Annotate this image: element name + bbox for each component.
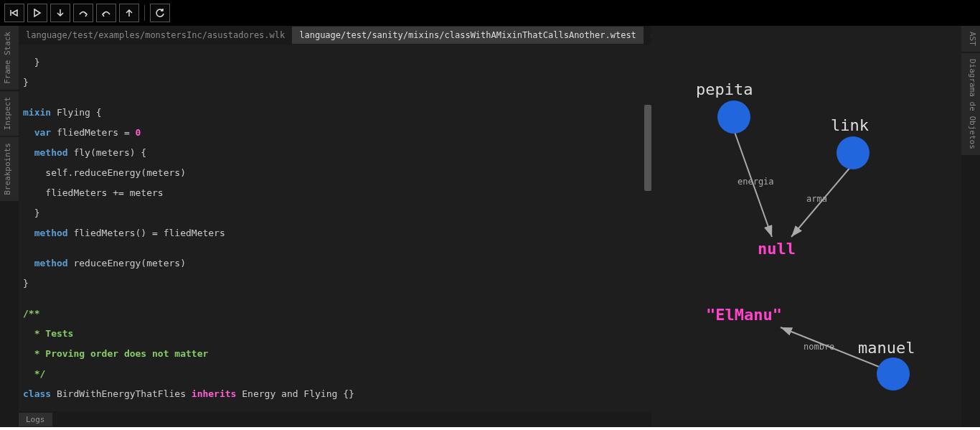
step-down-button[interactable] [50, 4, 70, 22]
diagram-edge-energia: energia [738, 177, 774, 187]
play-button[interactable] [27, 4, 47, 22]
editor-scrollbar[interactable] [644, 105, 651, 191]
diagram-string-elmanu: "ElManu" [706, 306, 782, 324]
diagram-node-label-pepita: pepita [696, 80, 753, 98]
diagram-node-label-manuel: manuel [858, 339, 915, 357]
refresh-button[interactable] [150, 4, 170, 22]
diagram-edge-nombre: nombre [804, 342, 834, 352]
panel-tab-inspect[interactable]: Inspect [0, 91, 19, 136]
panel-tab-frame-stack[interactable]: Frame Stack [0, 26, 19, 90]
diagram-edge-arma: arma [806, 194, 827, 204]
tab-logs[interactable]: Logs [19, 413, 52, 426]
main-area: Frame Stack Inspect Breakpoints language… [0, 26, 980, 427]
step-over-button[interactable] [73, 4, 93, 22]
tab-classwithmixin[interactable]: language/test/sanity/mixins/classWithAMi… [292, 27, 644, 44]
bottom-tabs: Logs [19, 411, 651, 427]
diagram-node-label-link: link [831, 116, 869, 134]
panel-tab-breakpoints[interactable]: Breakpoints [0, 137, 19, 201]
footer-strip [0, 427, 980, 430]
diagram-node-pepita[interactable] [717, 101, 750, 134]
panel-tab-diagrama[interactable]: Diagrama de Objetos [961, 53, 980, 155]
step-up-button[interactable] [119, 4, 139, 22]
diagram-node-manuel[interactable] [877, 357, 910, 391]
diagram-node-link[interactable] [837, 136, 870, 169]
code-editor[interactable]: } } mixin Flying { var fliedMeters = 0 m… [19, 45, 651, 411]
editor-area: language/test/examples/monstersInc/asust… [19, 26, 651, 427]
left-panel-tabs: Frame Stack Inspect Breakpoints [0, 26, 19, 427]
toolbar-separator [144, 5, 145, 21]
debug-toolbar [0, 0, 980, 26]
editor-tabs: language/test/examples/monstersInc/asust… [19, 26, 651, 45]
panel-tab-ast[interactable]: AST [961, 26, 980, 52]
step-out-button[interactable] [96, 4, 116, 22]
right-panel-tabs: AST Diagrama de Objetos [961, 26, 980, 427]
diagram-null: null [758, 240, 796, 258]
object-diagram[interactable]: pepita link energia arma null "ElManu" n… [651, 26, 961, 427]
step-back-button[interactable] [4, 4, 24, 22]
tab-asustadores[interactable]: language/test/examples/monstersInc/asust… [19, 27, 292, 44]
